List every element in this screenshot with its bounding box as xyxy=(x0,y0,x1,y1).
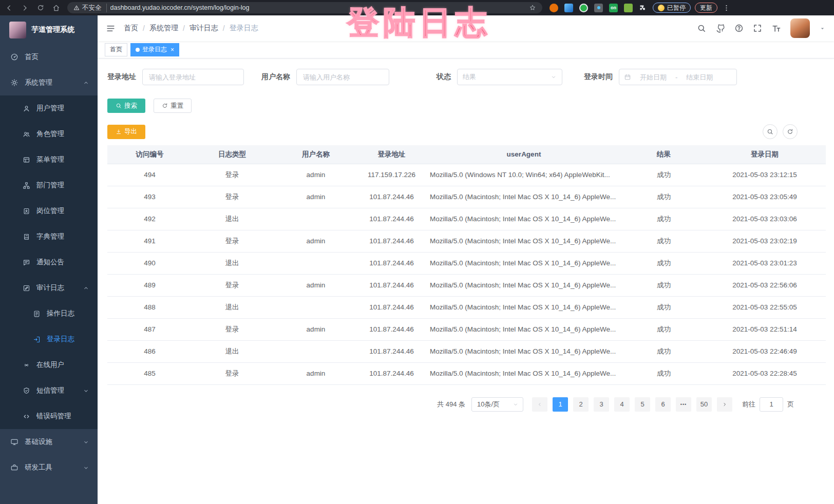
update-button[interactable]: 更新 xyxy=(695,3,717,13)
sidebar-item-login-log[interactable]: 登录日志 xyxy=(0,326,98,352)
update-label: 更新 xyxy=(700,4,712,12)
browser-home-icon[interactable] xyxy=(52,4,60,12)
sidebar-item-home[interactable]: 首页 xyxy=(0,44,98,70)
goto-page-input[interactable] xyxy=(760,397,783,412)
sidebar-item-audit-log[interactable]: 审计日志 xyxy=(0,275,98,301)
table-row[interactable]: 486 退出 101.87.244.46 Mozilla/5.0 (Macint… xyxy=(107,340,826,362)
sidebar-item-infrastructure[interactable]: 基础设施 xyxy=(0,429,98,455)
tag-close-icon[interactable]: × xyxy=(170,46,174,53)
browser-back-icon[interactable] xyxy=(5,4,13,12)
page-button-6[interactable]: 6 xyxy=(655,397,671,412)
browser-menu-icon[interactable] xyxy=(723,4,730,12)
browser-forward-icon[interactable] xyxy=(21,4,29,12)
filter-label-time: 登录时间 xyxy=(584,72,613,82)
page-button-2[interactable]: 2 xyxy=(573,397,589,412)
plant-extension-icon[interactable] xyxy=(624,4,633,12)
cell-username xyxy=(272,208,359,230)
github-icon[interactable] xyxy=(715,24,725,33)
cell-id: 491 xyxy=(107,230,192,252)
page-button-50[interactable]: 50 xyxy=(696,397,712,412)
sidebar-item-posts[interactable]: 岗位管理 xyxy=(0,198,98,224)
next-page-button[interactable] xyxy=(717,397,732,412)
sidebar-item-notice[interactable]: 通知公告 xyxy=(0,249,98,275)
sidebar-item-online-users[interactable]: 在线用户 xyxy=(0,352,98,378)
page-button-1[interactable]: 1 xyxy=(553,397,568,412)
font-size-icon[interactable] xyxy=(771,24,781,33)
prev-page-button[interactable] xyxy=(532,397,547,412)
total-count: 共 494 条 xyxy=(437,400,465,409)
switch-on-extension-icon[interactable]: on xyxy=(609,4,618,12)
caret-down-icon[interactable] xyxy=(819,25,826,32)
puzzle-extension-icon[interactable] xyxy=(639,4,647,12)
export-button[interactable]: 导出 xyxy=(107,125,145,139)
paused-badge[interactable]: 已暂停 xyxy=(653,3,691,13)
sidebar-item-menus[interactable]: 菜单管理 xyxy=(0,147,98,172)
hamburger-icon[interactable] xyxy=(106,24,116,33)
green-check-extension-icon[interactable] xyxy=(579,4,588,12)
table-row[interactable]: 487 登录 admin 101.87.244.46 Mozilla/5.0 (… xyxy=(107,318,826,340)
refresh-icon xyxy=(162,103,168,109)
chevron-down-icon xyxy=(83,464,89,471)
table-row[interactable]: 485 登录 admin 101.87.244.46 Mozilla/5.0 (… xyxy=(107,362,826,384)
chevron-down-icon xyxy=(83,387,89,394)
chevron-down-icon xyxy=(551,74,557,80)
header-search-icon[interactable] xyxy=(697,24,706,33)
login-time-range-picker[interactable]: - xyxy=(619,69,737,85)
sidebar-item-dict[interactable]: 字典管理 xyxy=(0,224,98,249)
start-date-input[interactable] xyxy=(634,73,672,81)
cell-date: 2021-05-03 23:05:49 xyxy=(704,186,826,208)
end-date-input[interactable] xyxy=(680,73,718,81)
username-input[interactable] xyxy=(296,69,389,85)
table-row[interactable]: 490 退出 101.87.244.46 Mozilla/5.0 (Macint… xyxy=(107,252,826,274)
page-size-select[interactable]: 10条/页 xyxy=(471,397,523,412)
tool-icon xyxy=(10,463,18,472)
sidebar-logo[interactable]: 芋道管理系统 xyxy=(0,15,98,44)
table-row[interactable]: 492 退出 101.87.244.46 Mozilla/5.0 (Macint… xyxy=(107,208,826,230)
sidebar-item-users[interactable]: 用户管理 xyxy=(0,95,98,121)
search-button[interactable]: 搜索 xyxy=(107,99,145,113)
fullscreen-icon[interactable] xyxy=(753,24,762,33)
cell-username xyxy=(272,296,359,318)
sidebar-item-depts[interactable]: 部门管理 xyxy=(0,172,98,198)
more-pages-button[interactable]: ••• xyxy=(676,397,691,412)
sidebar-item-error-code[interactable]: 错误码管理 xyxy=(0,403,98,429)
page-button-4[interactable]: 4 xyxy=(614,397,630,412)
login-address-input[interactable] xyxy=(142,69,244,85)
user-avatar[interactable] xyxy=(790,18,810,38)
blue-gem-extension-icon[interactable] xyxy=(564,4,573,12)
page-button-5[interactable]: 5 xyxy=(635,397,650,412)
grid-extension-icon[interactable] xyxy=(594,4,603,12)
sidebar-item-label: 审计日志 xyxy=(36,283,64,293)
toggle-search-button[interactable] xyxy=(763,124,778,139)
status-select[interactable]: 结果 xyxy=(457,69,562,85)
sidebar-item-label: 短信管理 xyxy=(36,386,64,395)
breadcrumb-system[interactable]: 系统管理 xyxy=(149,24,178,33)
sidebar-item-roles[interactable]: 角色管理 xyxy=(0,121,98,147)
tag-home[interactable]: 首页 xyxy=(105,43,127,56)
bookmark-star-icon[interactable] xyxy=(529,4,536,11)
orange-extension-icon[interactable] xyxy=(549,4,558,12)
refresh-table-button[interactable] xyxy=(783,124,798,139)
security-warning[interactable]: 不安全 xyxy=(73,4,107,12)
cell-type: 退出 xyxy=(192,208,272,230)
table-row[interactable]: 489 登录 admin 101.87.244.46 Mozilla/5.0 (… xyxy=(107,274,826,296)
sidebar-item-operation-log[interactable]: 操作日志 xyxy=(0,301,98,326)
browser-address-bar[interactable]: 不安全 dashboard.yudao.iocoder.cn/system/lo… xyxy=(67,2,542,13)
sidebar-item-sms[interactable]: 短信管理 xyxy=(0,378,98,403)
table-row[interactable]: 494 登录 admin 117.159.17.226 Mozilla/5.0 … xyxy=(107,164,826,186)
table-row[interactable]: 488 退出 101.87.244.46 Mozilla/5.0 (Macint… xyxy=(107,296,826,318)
breadcrumb-home[interactable]: 首页 xyxy=(124,24,138,33)
breadcrumb-audit-log[interactable]: 审计日志 xyxy=(189,24,218,33)
page-content: 登录地址 用户名称 状态 结果 登录时间 - 搜索 xyxy=(98,59,834,412)
cell-type: 登录 xyxy=(192,164,272,186)
table-row[interactable]: 493 登录 admin 101.87.244.46 Mozilla/5.0 (… xyxy=(107,186,826,208)
reset-button[interactable]: 重置 xyxy=(154,99,192,113)
help-icon[interactable] xyxy=(734,24,744,33)
sidebar-item-dev-tools[interactable]: 研发工具 xyxy=(0,455,98,480)
cell-result: 成功 xyxy=(624,362,704,384)
sidebar-item-system[interactable]: 系统管理 xyxy=(0,70,98,95)
browser-reload-icon[interactable] xyxy=(37,4,44,11)
table-row[interactable]: 491 登录 admin 101.87.244.46 Mozilla/5.0 (… xyxy=(107,230,826,252)
page-button-3[interactable]: 3 xyxy=(594,397,609,412)
tag-login-log[interactable]: 登录日志 × xyxy=(130,43,179,56)
